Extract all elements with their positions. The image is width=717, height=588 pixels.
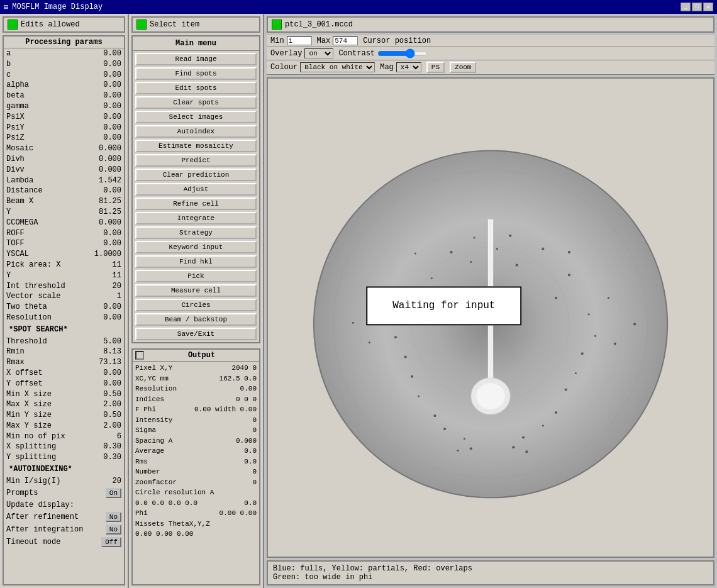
ps-button[interactable]: PS xyxy=(426,62,445,73)
param-value: 0.30 xyxy=(103,441,121,452)
after-integration-toggle[interactable]: No xyxy=(106,524,121,535)
menu-item-estimate-mosaicity[interactable]: Estimate mosaicity xyxy=(135,140,257,152)
after-refinement-toggle[interactable]: No xyxy=(106,512,121,522)
param-row: ROFF0.00 xyxy=(4,228,124,239)
param-row: Vector scale1 xyxy=(4,291,124,302)
zoom-button[interactable]: Zoom xyxy=(450,62,476,73)
svg-point-34 xyxy=(464,438,465,440)
svg-point-17 xyxy=(418,395,420,397)
select-indicator xyxy=(136,19,147,30)
param-name: Lambda xyxy=(6,175,33,186)
left-panel: Edits allowed Processing params a0.00b0.… xyxy=(0,14,129,588)
middle-panel: Select item Main menu Read imageFind spo… xyxy=(129,14,264,588)
output-title: Output xyxy=(147,351,257,360)
param-row: X offset0.00 xyxy=(4,368,124,379)
image-header: ptcl_3_001.mccd xyxy=(267,16,714,33)
max-input[interactable] xyxy=(333,36,358,45)
menu-item-find-hkl[interactable]: Find hkl xyxy=(135,255,257,268)
maximize-button[interactable]: □ xyxy=(692,3,702,11)
param-name: X offset xyxy=(6,368,43,379)
param-row: Int threshold20 xyxy=(4,281,124,292)
menu-item-edit-spots[interactable]: Edit spots xyxy=(135,82,257,94)
colour-dropdown[interactable]: Black on white White on black xyxy=(300,62,375,72)
image-indicator xyxy=(272,19,282,30)
svg-point-32 xyxy=(433,414,436,417)
svg-point-44 xyxy=(525,450,528,453)
param-name: Y splitting xyxy=(6,452,56,463)
param-name: Min I/sig(I) xyxy=(6,476,60,487)
param-name: Min X size xyxy=(6,389,52,400)
param-row: alpha0.00 xyxy=(4,80,124,91)
svg-point-38 xyxy=(614,343,616,345)
colour-control: Colour Black on white White on black xyxy=(270,62,375,72)
menu-item-pick[interactable]: Pick xyxy=(135,270,257,282)
param-value: 81.25 xyxy=(99,207,121,218)
param-value: 0.50 xyxy=(103,389,121,400)
menu-item-refine-cell[interactable]: Refine cell xyxy=(135,197,257,210)
timeout-mode-label: Timeout mode xyxy=(6,538,60,546)
prompts-label: Prompts xyxy=(6,489,38,497)
svg-point-40 xyxy=(633,323,636,325)
svg-point-47 xyxy=(414,252,416,254)
menu-item-clear-prediction[interactable]: Clear prediction xyxy=(135,169,257,181)
minimize-button[interactable]: _ xyxy=(681,3,691,11)
param-row: Y11 xyxy=(4,270,124,281)
param-value: 0.30 xyxy=(103,452,121,463)
param-name: Rmax xyxy=(6,357,25,368)
param-name: Two theta xyxy=(6,302,47,313)
param-value: 0.00 xyxy=(103,133,121,143)
svg-point-28 xyxy=(394,336,397,338)
cursor-control: Cursor position xyxy=(363,36,431,45)
param-name: Min no of pix xyxy=(6,431,65,442)
params-title: Processing params xyxy=(4,36,124,48)
params-box: Processing params a0.00b0.00c0.00alpha0.… xyxy=(3,35,125,585)
menu-item-read-image[interactable]: Read image xyxy=(135,53,257,65)
edits-indicator xyxy=(8,19,18,30)
svg-point-41 xyxy=(352,322,354,324)
param-row: YSCAL1.0000 xyxy=(4,249,124,260)
menu-item-autoindex[interactable]: Autoindex xyxy=(135,125,257,138)
timeout-mode-toggle[interactable]: Off xyxy=(101,537,121,547)
param-row: PsiY0.00 xyxy=(4,123,124,133)
menu-item-adjust[interactable]: Adjust xyxy=(135,183,257,196)
menu-item-beam---backstop[interactable]: Beam / backstop xyxy=(135,313,257,326)
overlay-dropdown[interactable]: on off xyxy=(304,48,333,58)
param-row: Min no of pix6 xyxy=(4,431,124,442)
output-row: Sigma0 xyxy=(135,425,257,436)
app-title: MOSFLM Image Display xyxy=(12,3,103,11)
svg-point-21 xyxy=(470,447,472,450)
param-value: 0.00 xyxy=(103,238,121,249)
output-row: Resolution0.00 xyxy=(135,384,257,394)
menu-item-strategy[interactable]: Strategy xyxy=(135,226,257,239)
menu-item-integrate[interactable]: Integrate xyxy=(135,212,257,225)
menu-item-keyword-input[interactable]: Keyword input xyxy=(135,241,257,253)
output-checkbox[interactable] xyxy=(135,351,144,360)
param-name: Y offset xyxy=(6,379,43,389)
menu-item-measure-cell[interactable]: Measure cell xyxy=(135,284,257,297)
menu-item-select-images[interactable]: Select images xyxy=(135,111,257,123)
min-input[interactable] xyxy=(287,36,312,45)
param-row: Threshold5.00 xyxy=(4,336,124,347)
menu-item-find-spots[interactable]: Find spots xyxy=(135,67,257,80)
contrast-slider[interactable] xyxy=(377,51,428,56)
after-integration-label: After integration xyxy=(6,525,83,534)
prompts-toggle[interactable]: On xyxy=(106,488,121,498)
param-name: PsiZ xyxy=(6,133,25,143)
menu-item-predict[interactable]: Predict xyxy=(135,154,257,167)
param-row: PsiX0.00 xyxy=(4,112,124,123)
menu-item-save-exit[interactable]: Save/Exit xyxy=(135,328,257,340)
svg-point-11 xyxy=(431,277,433,279)
svg-point-22 xyxy=(512,446,514,448)
param-name: Divv xyxy=(6,165,25,175)
close-button[interactable]: ✕ xyxy=(703,3,713,11)
menu-item-circles[interactable]: Circles xyxy=(135,299,257,311)
param-value: 6 xyxy=(117,431,121,442)
menu-item-clear-spots[interactable]: Clear spots xyxy=(135,96,257,109)
waiting-box: Waiting for input xyxy=(366,286,521,325)
svg-point-26 xyxy=(555,297,557,299)
param-name: PsiY xyxy=(6,123,25,133)
edits-label: Edits allowed xyxy=(21,20,80,29)
mag-dropdown[interactable]: x4 x2 x1 xyxy=(396,62,421,72)
status-line1: Blue: fulls, Yellow: partials, Red: over… xyxy=(273,564,708,573)
param-name: YSCAL xyxy=(6,249,29,260)
